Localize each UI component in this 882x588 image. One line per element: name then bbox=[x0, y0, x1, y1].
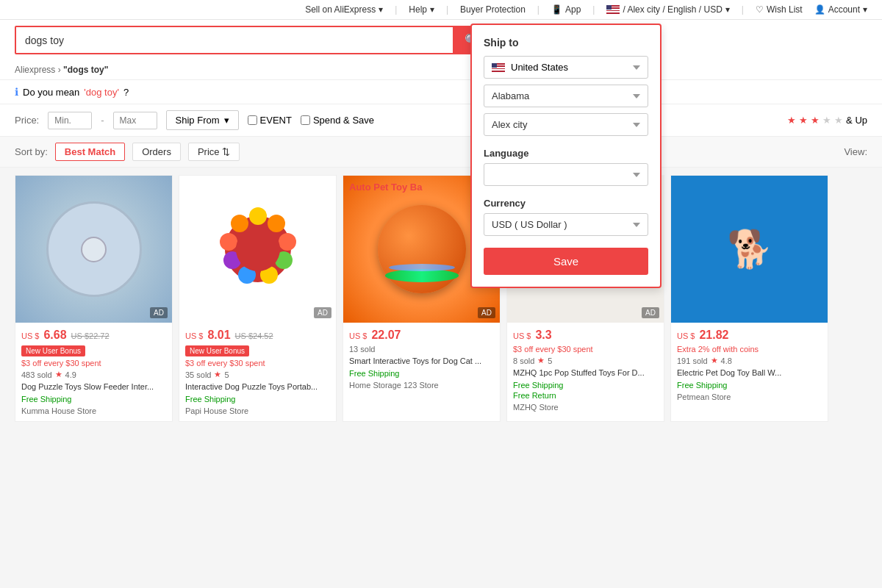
help-menu[interactable]: Help ▾ bbox=[409, 4, 434, 15]
stars-up-label: & Up bbox=[846, 115, 867, 126]
currency-label: Currency bbox=[484, 198, 648, 209]
store-2: Papi House Store bbox=[185, 406, 330, 415]
price-separator: - bbox=[101, 115, 104, 126]
suggestion-bar: ℹ Do you mean 'dog toy' ? bbox=[0, 80, 882, 104]
store-5: Petmean Store bbox=[677, 392, 822, 401]
product-title-3: Smart Interactive Toys for Dog Cat ... bbox=[349, 356, 494, 367]
new-user-badge-2: New User Bonus bbox=[185, 345, 249, 356]
top-nav: Sell on AliExpress ▾ | Help ▾ | Buyer Pr… bbox=[0, 0, 882, 20]
state-selector[interactable]: Alabama bbox=[484, 85, 648, 107]
colorball-visual bbox=[210, 201, 306, 297]
sort-price-icon: ⇅ bbox=[222, 146, 230, 157]
price-row-4: US $ 3.3 bbox=[513, 329, 658, 342]
product-info-5: US $ 21.82 Extra 2% off with coins 191 s… bbox=[671, 323, 828, 407]
ad-badge-4: AD bbox=[642, 307, 659, 318]
price-row-2: US $ 8.01 US $24.52 bbox=[185, 329, 330, 342]
spend-save-label: Spend & Save bbox=[313, 115, 374, 126]
suggestion-link[interactable]: 'dog toy' bbox=[84, 87, 119, 98]
event-filter[interactable]: EVENT bbox=[248, 115, 292, 126]
locale-selector[interactable]: / Alex city / English / USD ▾ bbox=[606, 4, 729, 15]
product-title-4: MZHQ 1pc Pop Stuffed Toys For D... bbox=[513, 368, 658, 379]
sold-stars-2: 35 sold ★ 5 bbox=[185, 370, 330, 379]
discount-text-2: $3 off every $30 spent bbox=[185, 359, 330, 368]
sort-orders[interactable]: Orders bbox=[132, 143, 181, 161]
svg-point-3 bbox=[220, 233, 237, 251]
product-title-2: Interactive Dog Puzzle Toys Portab... bbox=[185, 381, 330, 392]
sold-count-3: 13 sold bbox=[349, 345, 375, 354]
price-main-1: 6.68 bbox=[43, 329, 66, 342]
buyer-protection[interactable]: Buyer Protection bbox=[460, 4, 526, 15]
discount-text-5: Extra 2% off with coins bbox=[677, 345, 822, 354]
language-selector[interactable] bbox=[484, 163, 648, 186]
spend-save-checkbox[interactable] bbox=[301, 115, 310, 125]
shipping-5: Free Shipping bbox=[677, 381, 822, 390]
product-image-2: AD bbox=[179, 176, 336, 323]
price-us-1: US $ bbox=[21, 331, 39, 340]
ship-from-label: Ship From bbox=[176, 115, 220, 126]
buyer-protection-label: Buyer Protection bbox=[460, 4, 526, 15]
price-label: Price: bbox=[15, 115, 39, 126]
app-link[interactable]: 📱 App bbox=[551, 4, 581, 15]
price-row-3: US $ 22.07 bbox=[349, 329, 494, 342]
star-1: ★ bbox=[787, 115, 796, 126]
products-grid: AD US $ 6.68 US $22.72 New User Bonus $3… bbox=[0, 168, 882, 429]
new-user-badge-1: New User Bonus bbox=[21, 345, 85, 356]
sell-on-aliexpress[interactable]: Sell on AliExpress ▾ bbox=[305, 4, 383, 15]
star-5: ★ bbox=[834, 115, 843, 126]
currency-selector[interactable]: USD ( US Dollar ) bbox=[484, 213, 648, 236]
product-info-4: US $ 3.3 $3 off every $30 spent 8 sold ★… bbox=[507, 323, 664, 417]
product-info-3: US $ 22.07 13 sold Smart Interactive Toy… bbox=[343, 323, 500, 395]
product-card-1[interactable]: AD US $ 6.68 US $22.72 New User Bonus $3… bbox=[15, 175, 173, 422]
product-card-5[interactable]: 🐕 US $ 21.82 Extra 2% off with coins 191… bbox=[670, 175, 828, 422]
wishlist-link[interactable]: ♡ Wish List bbox=[756, 4, 803, 15]
swim-emoji: 🐕 bbox=[727, 228, 772, 270]
free-return-4: Free Return bbox=[513, 391, 658, 400]
svg-point-2 bbox=[231, 215, 248, 232]
ship-from-button[interactable]: Ship From ▾ bbox=[166, 110, 239, 130]
shipping-1: Free Shipping bbox=[21, 395, 166, 404]
product-image-5: 🐕 bbox=[671, 176, 828, 323]
price-row-5: US $ 21.82 bbox=[677, 329, 822, 342]
account-menu[interactable]: 👤 Account ▾ bbox=[814, 4, 867, 15]
price-max-input[interactable] bbox=[113, 112, 157, 129]
sort-price[interactable]: Price ⇅ bbox=[188, 143, 240, 161]
sell-chevron-icon: ▾ bbox=[379, 4, 383, 15]
heart-icon: ♡ bbox=[756, 4, 764, 15]
product-card-2[interactable]: AD US $ 8.01 US $24.52 New User Bonus $3… bbox=[179, 175, 337, 422]
ad-badge-3: AD bbox=[478, 307, 495, 318]
sort-price-label: Price bbox=[198, 146, 220, 157]
svg-point-9 bbox=[268, 215, 285, 232]
store-1: Kumma House Store bbox=[21, 406, 166, 415]
stars-filter[interactable]: ★ ★ ★ ★ ★ & Up bbox=[787, 115, 867, 126]
product-title-5: Electric Pet Dog Toy Ball W... bbox=[677, 368, 822, 379]
filters-bar: Price: - Ship From ▾ EVENT Spend & Save … bbox=[0, 104, 882, 137]
country-selector[interactable]: United States bbox=[484, 56, 648, 79]
sort-best-match[interactable]: Best Match bbox=[55, 143, 125, 161]
country-value: United States bbox=[511, 62, 568, 73]
ad-badge-2: AD bbox=[314, 307, 331, 318]
svg-point-8 bbox=[279, 233, 296, 251]
price-main-5: 21.82 bbox=[699, 329, 728, 342]
help-label: Help bbox=[409, 4, 427, 15]
spend-save-filter[interactable]: Spend & Save bbox=[301, 115, 374, 126]
account-icon: 👤 bbox=[814, 4, 825, 15]
stars-value-1: 4.9 bbox=[65, 370, 76, 379]
breadcrumb-home[interactable]: Aliexpress bbox=[15, 65, 55, 75]
sold-stars-5: 191 sold ★ 4.8 bbox=[677, 356, 822, 365]
price-min-input[interactable] bbox=[48, 112, 92, 129]
header: 🔍 Ship to United States Alabama Alex cit… bbox=[0, 20, 882, 60]
event-checkbox[interactable] bbox=[248, 115, 257, 125]
city-selector[interactable]: Alex city bbox=[484, 113, 648, 136]
price-us-5: US $ bbox=[677, 331, 695, 340]
disc-inner bbox=[81, 237, 107, 262]
search-input[interactable] bbox=[16, 29, 453, 52]
suggestion-end: ? bbox=[123, 87, 129, 98]
sell-label: Sell on AliExpress bbox=[305, 4, 376, 15]
search-bar: 🔍 bbox=[15, 26, 492, 54]
view-label: View: bbox=[844, 146, 867, 157]
save-button[interactable]: Save bbox=[484, 248, 648, 275]
svg-point-1 bbox=[249, 207, 267, 225]
stars-value-5: 4.8 bbox=[721, 356, 732, 365]
locale-chevron-icon: ▾ bbox=[725, 4, 730, 15]
svg-point-10 bbox=[236, 227, 280, 271]
